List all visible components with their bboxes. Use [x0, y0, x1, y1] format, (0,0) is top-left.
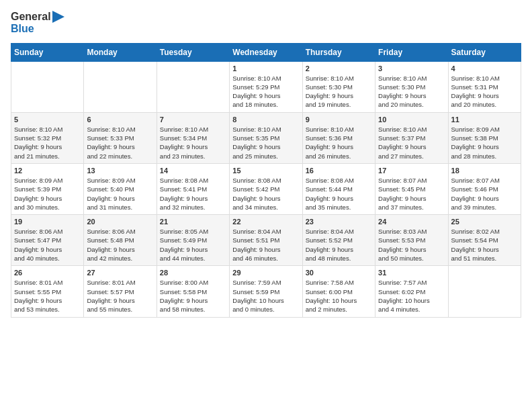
day-info: Sunrise: 8:10 AMSunset: 5:34 PMDaylight:… — [160, 125, 226, 161]
day-info: Sunrise: 8:04 AMSunset: 5:52 PMDaylight:… — [306, 227, 372, 263]
day-cell: 9Sunrise: 8:10 AMSunset: 5:36 PMDaylight… — [302, 112, 375, 163]
weekday-header-row: SundayMondayTuesdayWednesdayThursdayFrid… — [11, 43, 521, 61]
day-info: Sunrise: 8:08 AMSunset: 5:44 PMDaylight:… — [306, 176, 372, 212]
page-header: General Blue — [11, 11, 521, 35]
weekday-header-sunday: Sunday — [11, 43, 84, 61]
day-info: Sunrise: 8:02 AMSunset: 5:54 PMDaylight:… — [451, 227, 518, 263]
day-info: Sunrise: 8:10 AMSunset: 5:30 PMDaylight:… — [306, 74, 372, 109]
day-number: 18 — [451, 167, 518, 175]
day-number: 11 — [451, 116, 518, 124]
day-cell: 14Sunrise: 8:08 AMSunset: 5:41 PMDayligh… — [157, 163, 229, 214]
day-number: 13 — [87, 167, 153, 175]
day-info: Sunrise: 8:01 AMSunset: 5:57 PMDaylight:… — [87, 278, 153, 314]
day-info: Sunrise: 8:06 AMSunset: 5:47 PMDaylight:… — [14, 227, 81, 263]
day-cell: 12Sunrise: 8:09 AMSunset: 5:39 PMDayligh… — [11, 163, 84, 214]
day-cell: 5Sunrise: 8:10 AMSunset: 5:32 PMDaylight… — [11, 112, 84, 163]
calendar: SundayMondayTuesdayWednesdayThursdayFrid… — [11, 43, 521, 318]
day-info: Sunrise: 8:00 AMSunset: 5:58 PMDaylight:… — [160, 278, 226, 314]
day-number: 7 — [160, 116, 226, 124]
day-info: Sunrise: 7:58 AMSunset: 6:00 PMDaylight:… — [306, 278, 372, 314]
day-cell: 27Sunrise: 8:01 AMSunset: 5:57 PMDayligh… — [84, 266, 157, 317]
day-info: Sunrise: 8:10 AMSunset: 5:29 PMDaylight:… — [232, 74, 299, 109]
day-cell: 6Sunrise: 8:10 AMSunset: 5:33 PMDaylight… — [84, 112, 157, 163]
day-number: 23 — [306, 218, 372, 226]
day-number: 24 — [378, 218, 445, 226]
day-number: 29 — [232, 269, 299, 277]
day-number: 19 — [14, 218, 81, 226]
day-cell — [157, 61, 229, 112]
day-info: Sunrise: 8:03 AMSunset: 5:53 PMDaylight:… — [378, 227, 445, 263]
day-cell — [11, 61, 84, 112]
weekday-header-thursday: Thursday — [302, 43, 375, 61]
day-info: Sunrise: 8:10 AMSunset: 5:30 PMDaylight:… — [378, 74, 445, 109]
day-cell: 24Sunrise: 8:03 AMSunset: 5:53 PMDayligh… — [375, 215, 448, 266]
day-cell — [84, 61, 157, 112]
day-cell: 10Sunrise: 8:10 AMSunset: 5:37 PMDayligh… — [375, 112, 448, 163]
day-cell: 25Sunrise: 8:02 AMSunset: 5:54 PMDayligh… — [448, 215, 521, 266]
week-row-1: 1Sunrise: 8:10 AMSunset: 5:29 PMDaylight… — [11, 61, 521, 112]
day-cell: 22Sunrise: 8:04 AMSunset: 5:51 PMDayligh… — [230, 215, 302, 266]
day-cell: 23Sunrise: 8:04 AMSunset: 5:52 PMDayligh… — [302, 215, 375, 266]
svg-marker-0 — [52, 11, 64, 23]
day-cell: 30Sunrise: 7:58 AMSunset: 6:00 PMDayligh… — [302, 266, 375, 317]
day-number: 20 — [87, 218, 153, 226]
day-info: Sunrise: 8:08 AMSunset: 5:41 PMDaylight:… — [160, 176, 226, 212]
week-row-2: 5Sunrise: 8:10 AMSunset: 5:32 PMDaylight… — [11, 112, 521, 163]
day-cell: 15Sunrise: 8:08 AMSunset: 5:42 PMDayligh… — [230, 163, 302, 214]
weekday-header-saturday: Saturday — [448, 43, 521, 61]
day-info: Sunrise: 7:57 AMSunset: 6:02 PMDaylight:… — [378, 278, 445, 314]
day-cell: 18Sunrise: 8:07 AMSunset: 5:46 PMDayligh… — [448, 163, 521, 214]
day-info: Sunrise: 8:09 AMSunset: 5:38 PMDaylight:… — [451, 125, 518, 161]
day-info: Sunrise: 8:06 AMSunset: 5:48 PMDaylight:… — [87, 227, 153, 263]
day-number: 4 — [451, 64, 518, 73]
weekday-header-wednesday: Wednesday — [230, 43, 302, 61]
day-number: 28 — [160, 269, 226, 277]
day-number: 2 — [306, 64, 372, 73]
day-cell: 2Sunrise: 8:10 AMSunset: 5:30 PMDaylight… — [302, 61, 375, 112]
day-cell — [448, 266, 521, 317]
day-cell: 17Sunrise: 8:07 AMSunset: 5:45 PMDayligh… — [375, 163, 448, 214]
day-number: 14 — [160, 167, 226, 175]
day-number: 16 — [306, 167, 372, 175]
logo-container: General Blue — [11, 11, 64, 35]
week-row-5: 26Sunrise: 8:01 AMSunset: 5:55 PMDayligh… — [11, 266, 521, 317]
day-info: Sunrise: 8:09 AMSunset: 5:40 PMDaylight:… — [87, 176, 153, 212]
logo-blue-text: Blue — [11, 23, 64, 35]
day-number: 3 — [378, 64, 445, 73]
day-cell: 26Sunrise: 8:01 AMSunset: 5:55 PMDayligh… — [11, 266, 84, 317]
day-info: Sunrise: 8:10 AMSunset: 5:32 PMDaylight:… — [14, 125, 81, 161]
logo: General Blue — [11, 11, 64, 35]
day-number: 15 — [232, 167, 299, 175]
day-cell: 31Sunrise: 7:57 AMSunset: 6:02 PMDayligh… — [375, 266, 448, 317]
day-cell: 8Sunrise: 8:10 AMSunset: 5:35 PMDaylight… — [230, 112, 302, 163]
day-info: Sunrise: 8:04 AMSunset: 5:51 PMDaylight:… — [232, 227, 299, 263]
day-cell: 3Sunrise: 8:10 AMSunset: 5:30 PMDaylight… — [375, 61, 448, 112]
day-cell: 28Sunrise: 8:00 AMSunset: 5:58 PMDayligh… — [157, 266, 229, 317]
day-number: 9 — [306, 116, 372, 124]
day-info: Sunrise: 8:07 AMSunset: 5:45 PMDaylight:… — [378, 176, 445, 212]
day-number: 30 — [306, 269, 372, 277]
day-info: Sunrise: 8:10 AMSunset: 5:37 PMDaylight:… — [378, 125, 445, 161]
weekday-header-friday: Friday — [375, 43, 448, 61]
day-number: 22 — [232, 218, 299, 226]
day-cell: 20Sunrise: 8:06 AMSunset: 5:48 PMDayligh… — [84, 215, 157, 266]
day-info: Sunrise: 8:07 AMSunset: 5:46 PMDaylight:… — [451, 176, 518, 212]
day-number: 27 — [87, 269, 153, 277]
day-info: Sunrise: 8:01 AMSunset: 5:55 PMDaylight:… — [14, 278, 81, 314]
day-cell: 29Sunrise: 7:59 AMSunset: 5:59 PMDayligh… — [230, 266, 302, 317]
day-number: 8 — [232, 116, 299, 124]
day-number: 5 — [14, 116, 81, 124]
day-cell: 4Sunrise: 8:10 AMSunset: 5:31 PMDaylight… — [448, 61, 521, 112]
day-number: 25 — [451, 218, 518, 226]
week-row-4: 19Sunrise: 8:06 AMSunset: 5:47 PMDayligh… — [11, 215, 521, 266]
day-info: Sunrise: 8:08 AMSunset: 5:42 PMDaylight:… — [232, 176, 299, 212]
day-number: 31 — [378, 269, 445, 277]
day-number: 17 — [378, 167, 445, 175]
day-number: 21 — [160, 218, 226, 226]
day-cell: 11Sunrise: 8:09 AMSunset: 5:38 PMDayligh… — [448, 112, 521, 163]
day-cell: 7Sunrise: 8:10 AMSunset: 5:34 PMDaylight… — [157, 112, 229, 163]
day-number: 6 — [87, 116, 153, 124]
weekday-header-tuesday: Tuesday — [157, 43, 229, 61]
day-info: Sunrise: 8:10 AMSunset: 5:31 PMDaylight:… — [451, 74, 518, 109]
day-number: 1 — [232, 64, 299, 73]
